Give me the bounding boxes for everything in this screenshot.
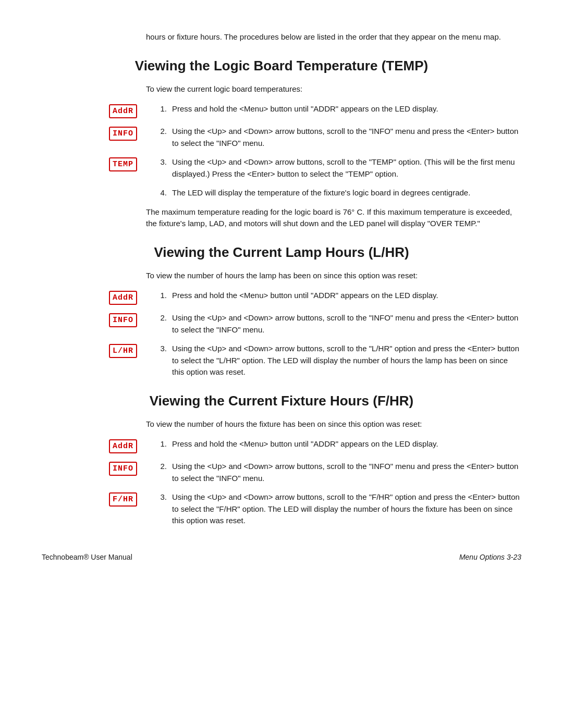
section-lhr: Viewing the Current Lamp Hours (L/HR) To… bbox=[42, 244, 521, 378]
section-lhr-title: Viewing the Current Lamp Hours (L/HR) bbox=[42, 244, 521, 261]
section-fhr-steps: AddR 1. Press and hold the <Menu> button… bbox=[104, 438, 521, 527]
info-icon-3: INFO bbox=[104, 462, 142, 476]
step-fhr-2: INFO 2. Using the <Up> and <Down> arrow … bbox=[104, 461, 521, 484]
step-temp-2-number: 2. bbox=[151, 127, 167, 135]
step-temp-4-text: The LED will display the temperature of … bbox=[172, 187, 521, 199]
step-temp-3: TEMP 3. Using the <Up> and <Down> arrow … bbox=[104, 156, 521, 180]
addr-icon-3: AddR bbox=[104, 439, 142, 453]
led-addr-1: AddR bbox=[109, 104, 137, 118]
temp-icon: TEMP bbox=[104, 157, 142, 171]
footer-product-name: Technobeam® User Manual bbox=[42, 553, 132, 561]
step-lhr-2-number: 2. bbox=[151, 313, 167, 322]
section-lhr-intro: To view the number of hours the lamp has… bbox=[146, 270, 521, 282]
led-info-1: INFO bbox=[109, 127, 137, 141]
section-temp-steps: AddR 1. Press and hold the <Menu> button… bbox=[104, 103, 521, 199]
led-info-3: INFO bbox=[109, 462, 137, 476]
led-fhr: F/HR bbox=[109, 492, 137, 507]
fhr-icon: F/HR bbox=[104, 492, 142, 507]
section-fhr-title: Viewing the Current Fixture Hours (F/HR) bbox=[42, 393, 521, 409]
step-lhr-3-number: 3. bbox=[151, 344, 167, 353]
step-fhr-3-number: 3. bbox=[151, 492, 167, 501]
step-fhr-1-text: Press and hold the <Menu> button until "… bbox=[172, 438, 521, 450]
step-temp-2-text: Using the <Up> and <Down> arrow buttons,… bbox=[172, 126, 521, 149]
step-temp-3-text: Using the <Up> and <Down> arrow buttons,… bbox=[172, 156, 521, 180]
led-info-2: INFO bbox=[109, 313, 137, 327]
step-fhr-1: AddR 1. Press and hold the <Menu> button… bbox=[104, 438, 521, 453]
step-fhr-2-text: Using the <Up> and <Down> arrow buttons,… bbox=[172, 461, 521, 484]
step-temp-2: INFO 2. Using the <Up> and <Down> arrow … bbox=[104, 126, 521, 149]
step-lhr-3-text: Using the <Up> and <Down> arrow buttons,… bbox=[172, 343, 521, 378]
step-lhr-1-text: Press and hold the <Menu> button until "… bbox=[172, 290, 521, 302]
led-lhr: L/HR bbox=[109, 344, 137, 358]
step-temp-3-number: 3. bbox=[151, 157, 167, 166]
led-temp: TEMP bbox=[109, 157, 137, 171]
section-temp-intro: To view the current logic board temperat… bbox=[146, 83, 521, 95]
step-lhr-2-text: Using the <Up> and <Down> arrow buttons,… bbox=[172, 312, 521, 336]
lhr-icon: L/HR bbox=[104, 344, 142, 358]
step-fhr-1-number: 1. bbox=[151, 439, 167, 448]
section-fhr: Viewing the Current Fixture Hours (F/HR)… bbox=[42, 393, 521, 527]
section-fhr-intro: To view the number of hours the fixture … bbox=[146, 418, 521, 430]
section-temp-continuation: The maximum temperature reading for the … bbox=[146, 206, 521, 230]
info-icon-1: INFO bbox=[104, 127, 142, 141]
led-addr-3: AddR bbox=[109, 439, 137, 453]
section-lhr-steps: AddR 1. Press and hold the <Menu> button… bbox=[104, 290, 521, 378]
step-temp-4-number: 4. bbox=[151, 188, 167, 197]
led-addr-2: AddR bbox=[109, 291, 137, 305]
page-footer: Technobeam® User Manual Menu Options 3-2… bbox=[42, 548, 521, 561]
addr-icon-2: AddR bbox=[104, 291, 142, 305]
intro-text: hours or fixture hours. The procedures b… bbox=[146, 31, 521, 43]
step-temp-1: AddR 1. Press and hold the <Menu> button… bbox=[104, 103, 521, 118]
step-lhr-1: AddR 1. Press and hold the <Menu> button… bbox=[104, 290, 521, 305]
addr-icon-1: AddR bbox=[104, 104, 142, 118]
step-lhr-3: L/HR 3. Using the <Up> and <Down> arrow … bbox=[104, 343, 521, 378]
step-fhr-2-number: 2. bbox=[151, 462, 167, 471]
footer-page-number: Menu Options 3-23 bbox=[459, 553, 521, 561]
step-temp-4: 4. The LED will display the temperature … bbox=[104, 187, 521, 199]
step-lhr-1-number: 1. bbox=[151, 291, 167, 300]
step-temp-1-number: 1. bbox=[151, 104, 167, 113]
section-temp-title: Viewing the Logic Board Temperature (TEM… bbox=[42, 58, 521, 74]
step-fhr-3-text: Using the <Up> and <Down> arrow buttons,… bbox=[172, 491, 521, 527]
step-fhr-3: F/HR 3. Using the <Up> and <Down> arrow … bbox=[104, 491, 521, 527]
step-lhr-2: INFO 2. Using the <Up> and <Down> arrow … bbox=[104, 312, 521, 336]
info-icon-2: INFO bbox=[104, 313, 142, 327]
step-temp-1-text: Press and hold the <Menu> button until "… bbox=[172, 103, 521, 115]
section-temp: Viewing the Logic Board Temperature (TEM… bbox=[42, 58, 521, 230]
